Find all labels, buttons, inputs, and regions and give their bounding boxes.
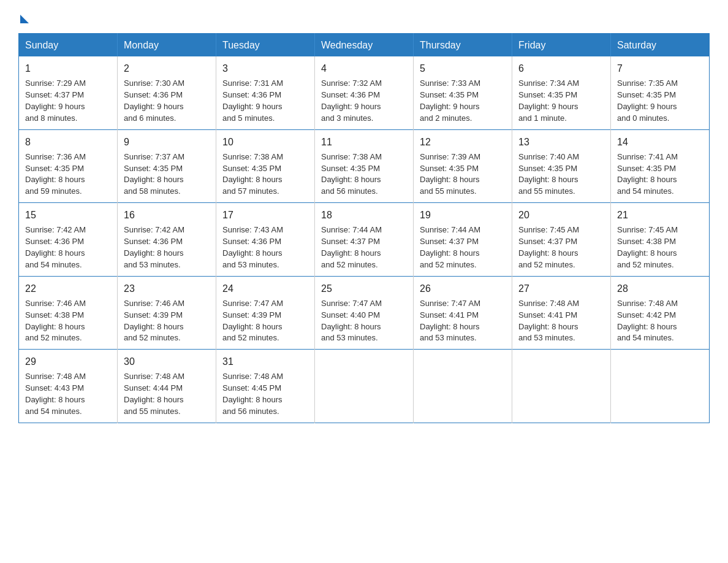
day-number: 31 [222, 354, 308, 369]
calendar-day-cell: 30Sunrise: 7:48 AMSunset: 4:44 PMDayligh… [118, 350, 216, 423]
calendar-week-row: 1Sunrise: 7:29 AMSunset: 4:37 PMDaylight… [19, 56, 710, 130]
calendar-day-cell: 22Sunrise: 7:46 AMSunset: 4:38 PMDayligh… [19, 276, 118, 350]
day-info: Sunrise: 7:40 AMSunset: 4:35 PMDaylight:… [518, 152, 579, 196]
day-number: 21 [617, 208, 703, 222]
calendar-day-cell: 18Sunrise: 7:44 AMSunset: 4:37 PMDayligh… [315, 203, 414, 277]
day-info: Sunrise: 7:37 AMSunset: 4:35 PMDaylight:… [124, 152, 184, 196]
calendar-week-row: 8Sunrise: 7:36 AMSunset: 4:35 PMDaylight… [19, 129, 710, 203]
day-of-week-header: Thursday [414, 34, 512, 56]
day-number: 16 [124, 208, 210, 222]
calendar-day-cell: 8Sunrise: 7:36 AMSunset: 4:35 PMDaylight… [19, 129, 118, 203]
calendar-day-cell: 10Sunrise: 7:38 AMSunset: 4:35 PMDayligh… [216, 129, 315, 203]
day-info: Sunrise: 7:45 AMSunset: 4:37 PMDaylight:… [518, 225, 579, 269]
calendar-day-cell: 12Sunrise: 7:39 AMSunset: 4:35 PMDayligh… [414, 129, 512, 203]
day-of-week-header: Sunday [19, 34, 118, 56]
day-number: 29 [25, 354, 111, 369]
calendar-day-cell: 20Sunrise: 7:45 AMSunset: 4:37 PMDayligh… [512, 203, 611, 277]
day-info: Sunrise: 7:48 AMSunset: 4:44 PMDaylight:… [124, 372, 184, 416]
day-number: 19 [420, 208, 506, 222]
day-number: 2 [124, 61, 210, 75]
day-number: 22 [25, 282, 111, 296]
day-number: 15 [25, 208, 111, 222]
day-number: 5 [420, 61, 506, 75]
calendar-day-cell: 13Sunrise: 7:40 AMSunset: 4:35 PMDayligh… [512, 129, 611, 203]
day-of-week-header: Monday [118, 34, 216, 56]
calendar-day-cell: 1Sunrise: 7:29 AMSunset: 4:37 PMDaylight… [19, 56, 118, 130]
day-number: 7 [617, 61, 703, 75]
day-number: 8 [25, 135, 111, 149]
calendar-day-cell: 6Sunrise: 7:34 AMSunset: 4:35 PMDaylight… [512, 56, 611, 130]
day-number: 4 [321, 61, 407, 75]
day-number: 23 [124, 282, 210, 296]
calendar-table: SundayMondayTuesdayWednesdayThursdayFrid… [18, 33, 710, 423]
day-info: Sunrise: 7:29 AMSunset: 4:37 PMDaylight:… [25, 79, 86, 123]
day-info: Sunrise: 7:48 AMSunset: 4:43 PMDaylight:… [25, 372, 86, 416]
calendar-day-cell: 2Sunrise: 7:30 AMSunset: 4:36 PMDaylight… [118, 56, 216, 130]
day-info: Sunrise: 7:46 AMSunset: 4:39 PMDaylight:… [124, 299, 184, 343]
calendar-week-row: 29Sunrise: 7:48 AMSunset: 4:43 PMDayligh… [19, 350, 710, 423]
calendar-day-cell: 4Sunrise: 7:32 AMSunset: 4:36 PMDaylight… [315, 56, 414, 130]
day-number: 14 [617, 135, 703, 149]
day-info: Sunrise: 7:44 AMSunset: 4:37 PMDaylight:… [420, 225, 480, 269]
logo-arrow-icon [20, 15, 29, 23]
day-number: 1 [25, 61, 111, 75]
day-number: 17 [222, 208, 308, 222]
day-info: Sunrise: 7:34 AMSunset: 4:35 PMDaylight:… [518, 79, 579, 123]
day-number: 20 [518, 208, 604, 222]
day-of-week-header: Saturday [611, 34, 710, 56]
day-info: Sunrise: 7:33 AMSunset: 4:35 PMDaylight:… [420, 79, 480, 123]
calendar-day-cell: 28Sunrise: 7:48 AMSunset: 4:42 PMDayligh… [611, 276, 710, 350]
day-number: 30 [124, 354, 210, 369]
calendar-day-cell: 5Sunrise: 7:33 AMSunset: 4:35 PMDaylight… [414, 56, 512, 130]
calendar-day-cell [512, 350, 611, 423]
calendar-day-cell: 14Sunrise: 7:41 AMSunset: 4:35 PMDayligh… [611, 129, 710, 203]
calendar-day-cell: 26Sunrise: 7:47 AMSunset: 4:41 PMDayligh… [414, 276, 512, 350]
logo [18, 12, 29, 21]
day-info: Sunrise: 7:31 AMSunset: 4:36 PMDaylight:… [222, 79, 283, 123]
calendar-header-row: SundayMondayTuesdayWednesdayThursdayFrid… [19, 34, 710, 56]
calendar-day-cell: 23Sunrise: 7:46 AMSunset: 4:39 PMDayligh… [118, 276, 216, 350]
day-info: Sunrise: 7:48 AMSunset: 4:41 PMDaylight:… [518, 299, 579, 343]
day-info: Sunrise: 7:35 AMSunset: 4:35 PMDaylight:… [617, 79, 678, 123]
calendar-day-cell: 3Sunrise: 7:31 AMSunset: 4:36 PMDaylight… [216, 56, 315, 130]
day-info: Sunrise: 7:47 AMSunset: 4:40 PMDaylight:… [321, 299, 382, 343]
day-info: Sunrise: 7:42 AMSunset: 4:36 PMDaylight:… [25, 225, 86, 269]
calendar-day-cell: 21Sunrise: 7:45 AMSunset: 4:38 PMDayligh… [611, 203, 710, 277]
day-info: Sunrise: 7:42 AMSunset: 4:36 PMDaylight:… [124, 225, 184, 269]
day-info: Sunrise: 7:45 AMSunset: 4:38 PMDaylight:… [617, 225, 678, 269]
day-of-week-header: Friday [512, 34, 611, 56]
calendar-day-cell: 15Sunrise: 7:42 AMSunset: 4:36 PMDayligh… [19, 203, 118, 277]
day-number: 11 [321, 135, 407, 149]
calendar-day-cell: 7Sunrise: 7:35 AMSunset: 4:35 PMDaylight… [611, 56, 710, 130]
calendar-day-cell: 11Sunrise: 7:38 AMSunset: 4:35 PMDayligh… [315, 129, 414, 203]
day-number: 18 [321, 208, 407, 222]
calendar-day-cell: 19Sunrise: 7:44 AMSunset: 4:37 PMDayligh… [414, 203, 512, 277]
day-number: 3 [222, 61, 308, 75]
day-number: 26 [420, 282, 506, 296]
day-info: Sunrise: 7:38 AMSunset: 4:35 PMDaylight:… [222, 152, 283, 196]
calendar-day-cell: 9Sunrise: 7:37 AMSunset: 4:35 PMDaylight… [118, 129, 216, 203]
day-info: Sunrise: 7:38 AMSunset: 4:35 PMDaylight:… [321, 152, 382, 196]
day-info: Sunrise: 7:48 AMSunset: 4:42 PMDaylight:… [617, 299, 678, 343]
calendar-day-cell [414, 350, 512, 423]
day-info: Sunrise: 7:32 AMSunset: 4:36 PMDaylight:… [321, 79, 382, 123]
calendar-day-cell: 16Sunrise: 7:42 AMSunset: 4:36 PMDayligh… [118, 203, 216, 277]
calendar-day-cell: 27Sunrise: 7:48 AMSunset: 4:41 PMDayligh… [512, 276, 611, 350]
day-number: 12 [420, 135, 506, 149]
calendar-day-cell: 31Sunrise: 7:48 AMSunset: 4:45 PMDayligh… [216, 350, 315, 423]
day-number: 13 [518, 135, 604, 149]
page-header [18, 12, 710, 21]
calendar-day-cell [611, 350, 710, 423]
day-info: Sunrise: 7:48 AMSunset: 4:45 PMDaylight:… [222, 372, 283, 416]
day-info: Sunrise: 7:39 AMSunset: 4:35 PMDaylight:… [420, 152, 480, 196]
day-number: 27 [518, 282, 604, 296]
day-number: 10 [222, 135, 308, 149]
calendar-week-row: 22Sunrise: 7:46 AMSunset: 4:38 PMDayligh… [19, 276, 710, 350]
calendar-day-cell [315, 350, 414, 423]
day-of-week-header: Wednesday [315, 34, 414, 56]
day-info: Sunrise: 7:44 AMSunset: 4:37 PMDaylight:… [321, 225, 382, 269]
day-number: 28 [617, 282, 703, 296]
calendar-day-cell: 29Sunrise: 7:48 AMSunset: 4:43 PMDayligh… [19, 350, 118, 423]
day-number: 25 [321, 282, 407, 296]
day-info: Sunrise: 7:30 AMSunset: 4:36 PMDaylight:… [124, 79, 184, 123]
